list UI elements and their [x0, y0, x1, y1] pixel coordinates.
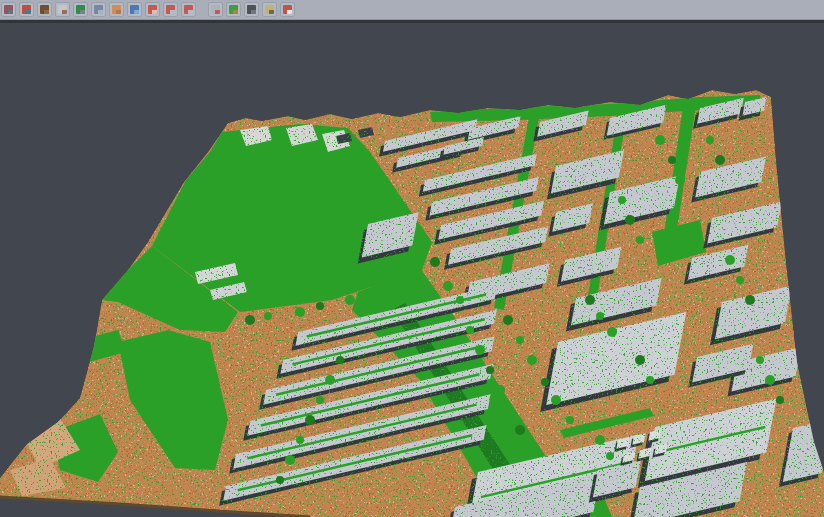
toolbar-button-clip-box[interactable] [208, 2, 223, 17]
toolbar-button-circle-select[interactable] [163, 2, 178, 17]
toolbar-button-terrain-hill[interactable] [37, 2, 52, 17]
layer-list-icon [148, 5, 157, 14]
flag-tool-icon [283, 5, 292, 14]
point-cloud-scene [0, 23, 824, 517]
viewport-3d[interactable] [0, 23, 824, 517]
globe-icon [130, 5, 139, 14]
toolbar-button-globe[interactable] [127, 2, 142, 17]
toolbar-button-texture[interactable] [109, 2, 124, 17]
profile-icon [94, 5, 103, 14]
fullscreen-brackets-icon [184, 5, 193, 14]
toolbar-button-flag-tool[interactable] [280, 2, 295, 17]
toolbar-button-dataset[interactable] [1, 2, 16, 17]
clip-box-icon [211, 5, 220, 14]
toolbar-button-points-sparse[interactable] [55, 2, 70, 17]
points-sparse-icon [58, 5, 67, 14]
terrain-hill-icon [40, 5, 49, 14]
toolbar-button-points-color[interactable] [19, 2, 34, 17]
vegetation-speckle [0, 23, 824, 517]
toolbar-button-layer-list[interactable] [145, 2, 160, 17]
toolbar-button-snapshot[interactable] [244, 2, 259, 17]
terrain-mesh [0, 23, 824, 517]
circle-select-icon [166, 5, 175, 14]
toolbar-separator [199, 2, 205, 17]
toolbar-button-classification-map[interactable] [226, 2, 241, 17]
toolbar-button-measure[interactable] [262, 2, 277, 17]
dataset-icon [4, 5, 13, 14]
measure-icon [265, 5, 274, 14]
toolbar-button-profile[interactable] [91, 2, 106, 17]
texture-icon [112, 5, 121, 14]
toolbar-button-fullscreen-brackets[interactable] [181, 2, 196, 17]
classification-map-icon [229, 5, 238, 14]
application-window [0, 0, 824, 517]
snapshot-icon [247, 5, 256, 14]
terrain-classified-icon [76, 5, 85, 14]
points-color-icon [22, 5, 31, 14]
toolbar-button-terrain-classified[interactable] [73, 2, 88, 17]
main-toolbar [0, 0, 824, 20]
